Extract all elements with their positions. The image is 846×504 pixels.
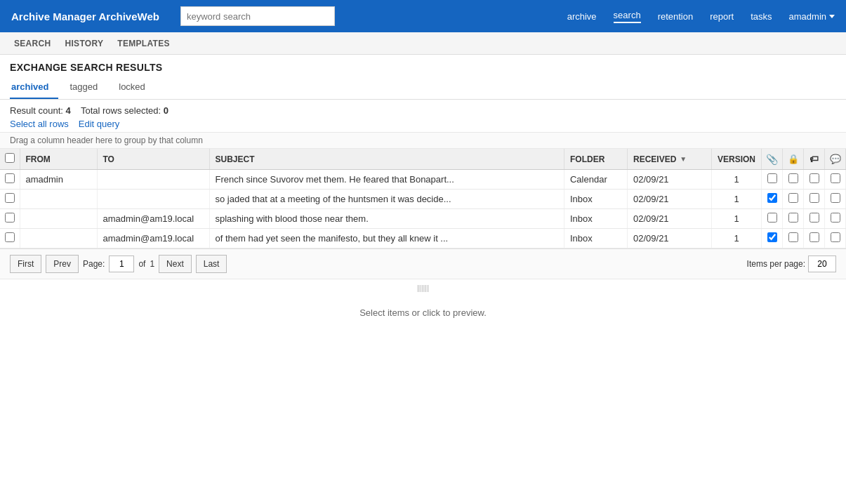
paperclip-icon: 📎	[766, 154, 778, 165]
nav-search[interactable]: search	[614, 10, 641, 23]
cell-lock[interactable]	[783, 170, 804, 190]
comment-checkbox[interactable]	[831, 173, 840, 183]
cell-attachment[interactable]	[762, 190, 783, 209]
cell-version: 1	[711, 209, 761, 229]
cell-tag[interactable]	[804, 190, 825, 209]
sub-nav-history[interactable]: HISTORY	[58, 32, 110, 54]
tag-checkbox[interactable]	[809, 173, 819, 183]
cell-tag[interactable]	[804, 170, 825, 190]
total-rows: 0	[164, 105, 168, 116]
results-table: FROM TO SUBJECT FOLDER RECEIVED ▼ VERSIO…	[0, 149, 846, 248]
cell-comment[interactable]	[825, 170, 846, 190]
preview-divider[interactable]: ||||||	[0, 279, 846, 293]
lock-checkbox[interactable]	[788, 193, 798, 203]
lock-checkbox[interactable]	[788, 213, 798, 223]
cell-subject[interactable]: French since Suvorov met them. He feared…	[209, 170, 564, 190]
th-version: VERSION	[711, 149, 761, 170]
cell-subject[interactable]: splashing with blood those near them.	[209, 209, 564, 229]
cell-attachment[interactable]	[762, 209, 783, 229]
result-count-label: Result count:	[10, 105, 63, 116]
table-header-row: FROM TO SUBJECT FOLDER RECEIVED ▼ VERSIO…	[0, 149, 846, 170]
tab-locked[interactable]: locked	[117, 77, 155, 99]
nav-tasks[interactable]: tasks	[751, 11, 772, 22]
cell-folder: Inbox	[564, 229, 627, 248]
cell-lock[interactable]	[783, 229, 804, 248]
sub-nav: SEARCH HISTORY TEMPLATES	[0, 32, 846, 55]
cell-tag[interactable]	[804, 229, 825, 248]
nav-report[interactable]: report	[710, 11, 734, 22]
cell-subject[interactable]: of them had yet seen the manifesto, but …	[209, 229, 564, 248]
cell-comment[interactable]	[825, 229, 846, 248]
cell-received: 02/09/21	[627, 229, 711, 248]
nav-archive[interactable]: archive	[567, 11, 597, 22]
cell-tag[interactable]	[804, 209, 825, 229]
preview-area: Select items or click to preview.	[0, 293, 846, 332]
row-checkbox[interactable]	[5, 232, 15, 242]
cell-folder: Inbox	[564, 209, 627, 229]
results-actions: Select all rows Edit query	[0, 117, 846, 132]
sub-nav-templates[interactable]: TEMPLATES	[110, 32, 176, 54]
lock-checkbox[interactable]	[788, 173, 798, 183]
items-per-page-input[interactable]	[808, 256, 836, 272]
total-rows-label: Total rows selected:	[81, 105, 161, 116]
cell-lock[interactable]	[783, 209, 804, 229]
lock-checkbox[interactable]	[788, 232, 798, 242]
cell-to	[97, 170, 209, 190]
tag-checkbox[interactable]	[809, 193, 819, 203]
divider-icon: ||||||	[417, 284, 429, 292]
header: Archive Manager ArchiveWeb archive searc…	[0, 0, 846, 32]
tab-tagged[interactable]: tagged	[68, 77, 107, 99]
row-checkbox[interactable]	[5, 213, 15, 223]
nav-amadmin-label: amadmin	[789, 11, 826, 22]
of-label: of	[138, 259, 145, 269]
tag-checkbox[interactable]	[809, 232, 819, 242]
next-button[interactable]: Next	[159, 255, 192, 273]
comment-checkbox[interactable]	[831, 193, 840, 203]
th-folder: FOLDER	[564, 149, 627, 170]
keyword-search-input[interactable]	[180, 6, 335, 26]
cell-comment[interactable]	[825, 190, 846, 209]
table-row[interactable]: amadmin@am19.localsplashing with blood t…	[0, 209, 846, 229]
attachment-checkbox[interactable]	[767, 213, 777, 223]
received-sort-icon: ▼	[680, 155, 687, 163]
attachment-checkbox[interactable]	[767, 173, 777, 183]
drag-hint: Drag a column header here to group by th…	[0, 132, 846, 149]
cell-from: amadmin	[20, 170, 97, 190]
cell-received: 02/09/21	[627, 209, 711, 229]
table-row[interactable]: amadmin@am19.localof them had yet seen t…	[0, 229, 846, 248]
row-checkbox[interactable]	[5, 193, 15, 203]
cell-from	[20, 229, 97, 248]
cell-attachment[interactable]	[762, 229, 783, 248]
comment-icon: 💬	[830, 154, 841, 164]
attachment-checkbox[interactable]	[767, 232, 777, 242]
edit-query-link[interactable]: Edit query	[79, 119, 120, 129]
comment-checkbox[interactable]	[831, 213, 840, 223]
select-all-checkbox[interactable]	[5, 153, 15, 163]
cell-lock[interactable]	[783, 190, 804, 209]
nav-retention[interactable]: retention	[658, 11, 694, 22]
page-title: EXCHANGE SEARCH RESULTS	[0, 55, 846, 77]
select-all-rows-link[interactable]: Select all rows	[10, 119, 69, 129]
th-select-all[interactable]	[0, 149, 20, 170]
sub-nav-search[interactable]: SEARCH	[7, 32, 58, 54]
attachment-checkbox[interactable]	[767, 193, 777, 203]
th-received[interactable]: RECEIVED ▼	[627, 149, 711, 170]
cell-attachment[interactable]	[762, 170, 783, 190]
cell-subject[interactable]: so jaded that at a meeting of the huntsm…	[209, 190, 564, 209]
table-row[interactable]: so jaded that at a meeting of the huntsm…	[0, 190, 846, 209]
nav-amadmin[interactable]: amadmin	[789, 11, 835, 22]
table-row[interactable]: amadminFrench since Suvorov met them. He…	[0, 170, 846, 190]
prev-button[interactable]: Prev	[46, 255, 79, 273]
comment-checkbox[interactable]	[831, 232, 840, 242]
page-number-input[interactable]	[109, 256, 134, 272]
th-lock: 🔒	[783, 149, 804, 170]
result-count: 4	[66, 105, 71, 116]
cell-received: 02/09/21	[627, 190, 711, 209]
cell-comment[interactable]	[825, 209, 846, 229]
tag-checkbox[interactable]	[809, 213, 819, 223]
tab-archived[interactable]: archived	[10, 77, 58, 99]
first-button[interactable]: First	[10, 255, 41, 273]
row-checkbox[interactable]	[5, 173, 15, 183]
tag-icon: 🏷	[809, 154, 819, 164]
last-button[interactable]: Last	[196, 255, 227, 273]
